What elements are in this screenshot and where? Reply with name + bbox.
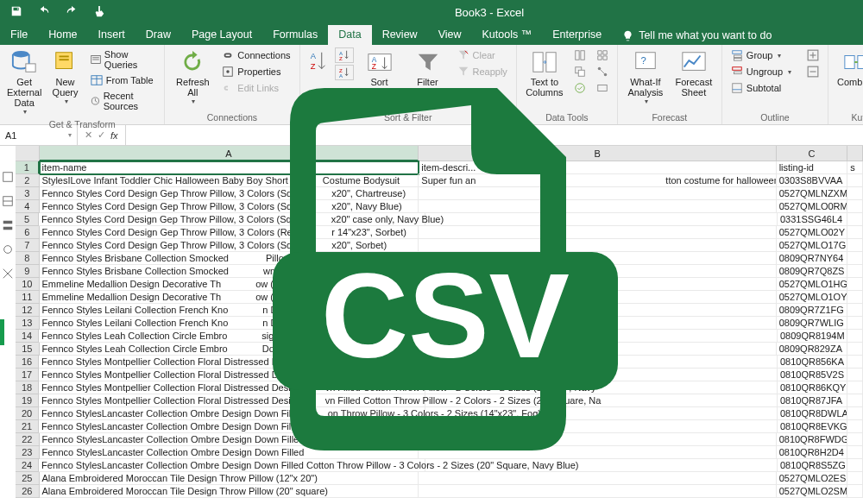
cell[interactable] [847, 369, 863, 381]
cell[interactable] [847, 226, 863, 239]
cell[interactable]: Fennco Styles Montpellier Collection Flo… [39, 394, 425, 407]
side-green-tab[interactable] [0, 319, 4, 345]
from-table-button[interactable]: From Table [87, 72, 160, 88]
cell[interactable]: StylesILove Infant Toddler Chic Hallowee… [40, 174, 419, 187]
cell[interactable] [425, 330, 778, 343]
select-all-corner[interactable] [16, 146, 40, 161]
cell[interactable] [425, 381, 778, 394]
cell[interactable]: 0810QR86KQY [778, 381, 847, 394]
cell[interactable] [847, 252, 863, 265]
cell[interactable]: Alana Embroidered Moroccan Tile Design T… [40, 472, 419, 485]
whatif-button[interactable]: ? What-If Analysis [623, 47, 668, 107]
redo-icon[interactable] [66, 5, 78, 20]
cell[interactable] [847, 330, 863, 343]
cell[interactable]: 0527QMLO2SM [777, 485, 848, 498]
cell[interactable] [847, 174, 863, 187]
flash-fill-button[interactable] [570, 47, 589, 63]
cell[interactable]: Fennco Styles Cord Design Gep Throw Pill… [39, 213, 425, 226]
row-header[interactable]: 2 [16, 174, 40, 187]
tab-page-layout[interactable]: Page Layout [181, 25, 262, 45]
row-header[interactable]: 1 [16, 161, 40, 174]
cell[interactable]: 0810QR856KA [778, 356, 847, 369]
cell[interactable]: 0527QMLO02Y [777, 226, 848, 239]
cell[interactable] [847, 278, 863, 291]
cell[interactable] [847, 381, 863, 394]
subtotal-button[interactable]: Subtotal [728, 80, 795, 96]
cell[interactable] [847, 343, 863, 356]
row-header[interactable]: 20 [16, 407, 39, 420]
cell[interactable] [419, 291, 776, 304]
tab-enterprise[interactable]: Enterprise [542, 25, 612, 45]
cell[interactable]: 0810QR85V2S [778, 369, 847, 381]
cell[interactable]: Fennco StylesLancaster Collection Ombre … [39, 459, 425, 472]
row-header[interactable]: 15 [16, 343, 40, 356]
cell[interactable] [847, 394, 863, 407]
sort-az-button[interactable]: AZ [306, 47, 331, 77]
tab-file[interactable]: File [0, 25, 38, 45]
cell[interactable]: 0809QR7Q8ZS [777, 265, 848, 278]
tab-formulas[interactable]: Formulas [262, 25, 328, 45]
row-header[interactable]: 18 [16, 381, 39, 394]
cell[interactable]: listing-id [777, 161, 848, 174]
cell[interactable]: 0331SSG46L4 [778, 213, 847, 226]
cell[interactable]: Fennco StylesLancaster Collection Ombre … [40, 433, 419, 446]
cell[interactable]: s [847, 161, 863, 174]
tab-home[interactable]: Home [38, 25, 87, 45]
side-icon-5[interactable] [2, 268, 14, 280]
cell[interactable]: 0810QR8EVKG [778, 420, 847, 433]
side-icon-4[interactable] [2, 243, 14, 255]
cell[interactable] [847, 317, 863, 330]
cell[interactable]: 0527QMLO1HG [777, 278, 848, 291]
cell[interactable] [419, 343, 776, 356]
cell[interactable] [847, 213, 863, 226]
cell[interactable] [425, 394, 778, 407]
clear-button[interactable]: Clear [454, 47, 511, 63]
get-external-data-button[interactable]: Get External Data [5, 47, 43, 117]
cell[interactable]: Fennco Styles Leah Collection Circle Emb… [40, 343, 419, 356]
tab-review[interactable]: Review [372, 25, 428, 45]
worksheet[interactable]: A B C 1item-nameitem-descri...listing-id… [16, 146, 863, 504]
cell[interactable] [425, 213, 778, 226]
cell[interactable] [847, 187, 863, 200]
cell[interactable] [419, 265, 776, 278]
cell[interactable] [847, 356, 863, 369]
properties-button[interactable]: Properties [218, 64, 293, 79]
side-icon-1[interactable] [2, 171, 14, 183]
cell[interactable]: Fennco Styles Leilani Collection French … [40, 317, 419, 330]
cell[interactable]: Emmeline Medallion Design Decorative Tho… [40, 291, 419, 304]
data-model-button[interactable] [593, 80, 612, 96]
data-validation-button[interactable] [570, 80, 589, 96]
cell[interactable]: 0810QR8S5ZG [778, 459, 847, 472]
tab-kutools[interactable]: Kutools ™ [472, 25, 543, 45]
sort-desc-button[interactable]: ZA [335, 65, 354, 80]
text-to-columns-button[interactable]: Text to Columns [522, 47, 567, 99]
cell[interactable]: 0527QMLO0RM [777, 200, 848, 213]
row-header[interactable]: 11 [16, 291, 40, 304]
row-header[interactable]: 23 [16, 446, 40, 459]
cell[interactable] [847, 239, 863, 252]
col-header-a[interactable]: A [40, 146, 419, 161]
row-header[interactable]: 5 [16, 213, 39, 226]
cell[interactable]: Fennco Styles Brisbane Collection Smocke… [40, 265, 419, 278]
cell[interactable]: Fennco Styles Cord Design Gep Throw Pill… [40, 187, 419, 200]
row-header[interactable]: 13 [16, 317, 40, 330]
cell[interactable]: Fennco StylesLancaster Collection Ombre … [39, 420, 425, 433]
cell[interactable] [847, 420, 863, 433]
cell[interactable]: Fennco Styles Cord Design Gep Throw Pill… [40, 200, 419, 213]
tab-draw[interactable]: Draw [135, 25, 181, 45]
side-icon-2[interactable] [2, 195, 14, 207]
row-header[interactable]: 3 [16, 187, 40, 200]
cell[interactable] [847, 459, 863, 472]
cell[interactable]: item-descri... [419, 161, 776, 174]
row-header[interactable]: 9 [16, 265, 40, 278]
cell[interactable] [425, 369, 778, 381]
tab-insert[interactable]: Insert [88, 25, 135, 45]
consolidate-button[interactable] [593, 47, 612, 63]
cell[interactable] [425, 356, 778, 369]
cell[interactable] [419, 433, 776, 446]
cell[interactable]: 0809QR7Z1FG [777, 304, 848, 317]
undo-icon[interactable] [38, 5, 50, 20]
cell[interactable] [425, 407, 778, 420]
tab-data[interactable]: Data [328, 25, 371, 45]
group-button[interactable]: Group [728, 47, 795, 63]
